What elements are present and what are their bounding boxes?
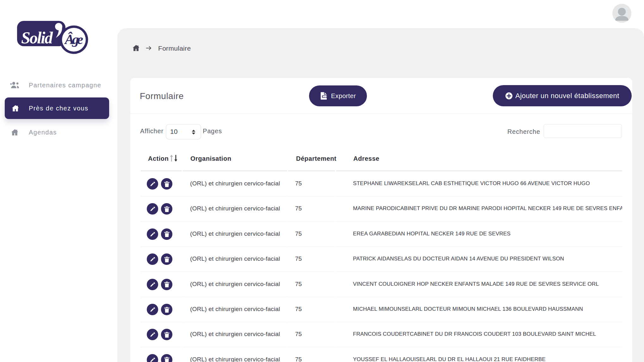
svg-text:Âge: Âge (64, 32, 83, 47)
svg-text:Solid: Solid (21, 29, 53, 47)
